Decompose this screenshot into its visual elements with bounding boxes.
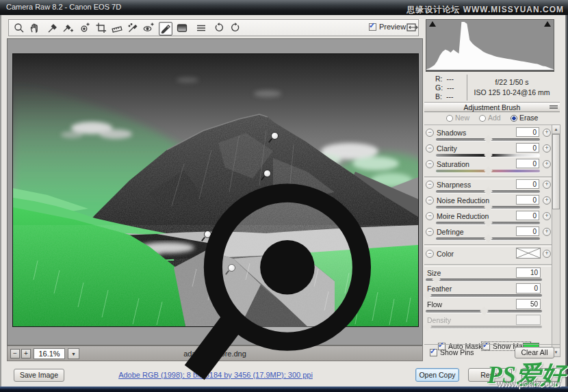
clear-all-button[interactable]: Clear All [515, 347, 554, 358]
red-eye-tool-icon[interactable] [142, 22, 155, 34]
window-frame [565, 15, 568, 387]
hand-tool-icon[interactable] [29, 22, 41, 34]
slider-value-input[interactable]: 0 [516, 179, 539, 189]
panel-menu-icon[interactable] [550, 105, 558, 111]
window-title: Camera Raw 8.2 - Canon EOS 7D [6, 3, 121, 11]
lens-info: ISO 125 10-24@16 mm [471, 88, 553, 98]
watermark-top: 思缘设计论坛 WWW.MISSYUAN.COM [406, 4, 564, 16]
exposure-info: f/22 1/50 s [471, 77, 553, 88]
zoom-tool-icon[interactable] [13, 22, 25, 34]
panel-title: Adjustment Brush [464, 103, 521, 112]
spot-removal-tool-icon[interactable] [127, 22, 139, 34]
histogram [426, 19, 554, 72]
increase-button[interactable]: + [543, 181, 551, 189]
increase-button[interactable]: + [543, 250, 551, 258]
mode-erase-radio[interactable]: Erase [511, 114, 538, 122]
slider-value-input[interactable]: 0 [516, 226, 539, 236]
r-value: --- [447, 75, 465, 83]
g-label: G: [435, 83, 443, 92]
slider-value-input[interactable]: 0 [516, 159, 539, 168]
straighten-tool-icon[interactable] [111, 22, 123, 34]
scroll-up-icon[interactable]: ▲ [552, 125, 560, 134]
slider-value-input[interactable]: 0 [516, 195, 539, 205]
panel-scrollbar[interactable]: ▲ ▼ [552, 125, 560, 357]
toolbar: ✓Preview [8, 19, 419, 36]
slider-value-input[interactable]: 50 [516, 299, 541, 309]
increase-button[interactable]: + [543, 144, 551, 153]
preview-checkbox[interactable]: ✓Preview [369, 23, 406, 31]
crop-tool-icon[interactable] [95, 22, 107, 34]
slider-thumb[interactable] [484, 151, 493, 159]
slider-row-shadows: − Shadows 0 + [424, 128, 552, 144]
mode-add-radio: Add [479, 114, 501, 122]
r-label: R: [435, 75, 443, 83]
histogram-shape [426, 20, 554, 71]
decrease-button[interactable]: − [426, 160, 434, 168]
b-value: --- [446, 92, 464, 101]
rotate-left-icon[interactable] [213, 22, 225, 34]
slider-row-clarity: − Clarity 0 + [424, 144, 552, 159]
panel-header: Adjustment Brush [424, 102, 560, 112]
zoom-cursor-icon [97, 168, 112, 183]
slider-label: Clarity [437, 144, 457, 153]
fullscreen-toggle-icon[interactable] [406, 21, 419, 34]
preview-label: Preview [379, 23, 406, 31]
increase-button[interactable]: + [543, 129, 551, 137]
slider-track[interactable] [436, 138, 540, 141]
slider-track[interactable] [436, 154, 540, 157]
brush-mode-group: New Add Erase [424, 113, 560, 125]
decrease-button[interactable]: − [426, 129, 434, 137]
image-info: R:--- G:--- B:--- f/22 1/50 s ISO 125 10… [426, 73, 554, 103]
slider-value-input [516, 315, 541, 325]
slider-label: Shadows [437, 129, 466, 137]
white-balance-tool-icon[interactable] [47, 22, 59, 34]
mode-new-radio: New [446, 114, 469, 122]
increase-button[interactable]: + [543, 212, 551, 220]
rotate-right-icon[interactable] [229, 22, 242, 34]
pin-layer [13, 54, 418, 326]
increase-button[interactable]: + [543, 228, 551, 236]
color-swatch-none[interactable] [516, 248, 541, 259]
watermark-url: www.psahz.com [497, 378, 561, 389]
preferences-icon[interactable] [195, 22, 207, 34]
slider-value-input[interactable]: 0 [516, 211, 539, 220]
photo-viewport[interactable] [12, 53, 419, 327]
increase-button[interactable]: + [543, 160, 551, 168]
adjustment-pin[interactable] [271, 132, 279, 140]
b-label: B: [435, 92, 442, 101]
decrease-button[interactable]: − [426, 144, 434, 153]
window-frame [0, 15, 1, 387]
adjustment-brush-tool-icon[interactable] [159, 22, 172, 36]
graduated-filter-tool-icon[interactable] [176, 22, 188, 34]
image-canvas-area [7, 38, 423, 345]
slider-value-input[interactable]: 10 [516, 267, 541, 278]
slider-thumb[interactable] [484, 135, 493, 144]
slider-value-input[interactable]: 0 [516, 143, 539, 153]
slider-value-input[interactable]: 0 [516, 283, 541, 293]
increase-button[interactable]: + [543, 196, 551, 205]
slider-label: Saturation [437, 160, 469, 168]
scrollbar-thumb[interactable] [552, 134, 560, 209]
preview-checkbox-box[interactable]: ✓ [369, 23, 376, 31]
g-value: --- [447, 83, 465, 92]
color-sampler-tool-icon[interactable] [62, 22, 75, 34]
targeted-adjustment-tool-icon[interactable] [79, 22, 91, 34]
slider-value-input[interactable]: 0 [516, 127, 539, 137]
